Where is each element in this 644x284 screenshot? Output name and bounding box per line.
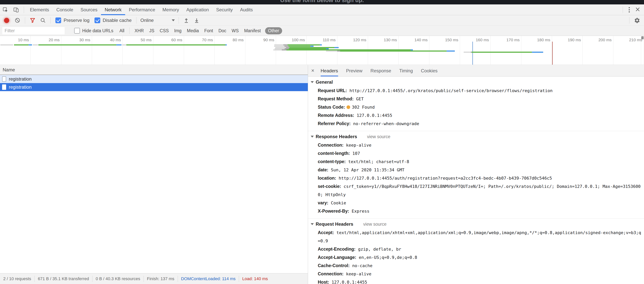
timeline-tick-label: 180 ms [533,38,550,42]
timeline-gridline [214,36,215,65]
waterfall-bar-segment [464,52,471,53]
filter-icon[interactable] [28,18,38,23]
clear-network-log-icon[interactable] [12,18,22,23]
disable-cache-toggle[interactable]: Disable cache [94,18,132,23]
detail-tab-headers[interactable]: Headers [321,65,338,76]
summary-dom-content-loaded: DOMContentLoaded: 114 ms [178,276,239,282]
waterfall-bar-segment [274,44,283,46]
settings-gear-icon[interactable] [632,17,644,24]
network-filter-bar: Hide data URLs All XHR JS CSS Img Media … [0,26,644,36]
timeline-tick-label: 50 ms [134,38,152,42]
request-name: registration [9,76,32,82]
filter-type-all[interactable]: All [120,28,124,33]
close-detail-icon[interactable]: × [308,68,317,74]
request-detail-panel: × Headers Preview Response Timing Cookie… [308,65,644,284]
tab-sources[interactable]: Sources [77,5,101,15]
timeline-tick-label: 140 ms [410,38,428,42]
detail-tab-preview[interactable]: Preview [346,65,362,76]
detail-tab-response[interactable]: Response [370,65,391,76]
tab-network[interactable]: Network [101,5,125,15]
preserve-log-checkbox[interactable] [56,18,61,23]
timeline-tick-label: 80 ms [226,38,244,42]
timeline-tick-label: 60 ms [165,38,182,42]
filter-input[interactable] [2,27,64,34]
disable-cache-checkbox[interactable] [94,18,100,23]
preserve-log-toggle[interactable]: Preserve log [56,18,90,23]
column-header-name[interactable]: Name [0,65,308,75]
document-icon [2,76,6,82]
toolbar-divider [24,7,24,13]
request-headers-section: Request Headers view source Accept: text… [308,218,644,284]
filter-type-manifest[interactable]: Manifest [244,28,261,33]
header-row: Host: 127.0.0.1:4455 [308,278,644,284]
filter-type-doc[interactable]: Doc [218,28,226,33]
response-headers-section-header[interactable]: Response Headers view source [308,132,644,141]
requests-table: Name registration registration 2 / 10 re… [0,65,308,284]
dom-content-loaded-line [472,42,473,65]
filter-type-xhr[interactable]: XHR [134,28,144,33]
filter-type-css[interactable]: CSS [160,28,169,33]
general-section: General Request URL: http://127.0.0.1:44… [308,77,644,131]
timeline-gridline [30,36,31,65]
tab-console[interactable]: Console [53,5,77,15]
general-section-header[interactable]: General [308,78,644,87]
disclosure-triangle-icon [311,223,314,225]
waterfall-bar-segment [28,44,32,46]
waterfall-bar-segment [273,49,282,51]
timeline-gridline [490,36,491,65]
summary-load: Load: 140 ms [239,276,271,282]
waterfall-bar-segment [337,51,340,52]
tab-performance[interactable]: Performance [125,5,159,15]
header-row: Accept: text/html,application/xhtml+xml,… [308,228,644,245]
timeline-overview[interactable]: 10 ms20 ms30 ms40 ms50 ms60 ms70 ms80 ms… [0,36,644,65]
filter-type-font[interactable]: Font [204,28,213,33]
timeline-gridline [184,36,184,65]
detail-tab-cookies[interactable]: Cookies [421,65,438,76]
page-banner-text: Use the form below to sign up. [280,0,364,4]
timeline-tick-label: 170 ms [502,38,520,42]
waterfall-bar-segment [0,44,13,46]
view-source-link[interactable]: view source [363,222,386,227]
waterfall-bar-segment [326,51,337,52]
throttling-dropdown[interactable]: Online [140,18,175,23]
summary-requests: 2 / 10 requests [0,276,35,282]
headers-panel: General Request URL: http://127.0.0.1:44… [308,77,644,284]
timeline-tick-label: 120 ms [349,38,366,42]
inspect-element-icon[interactable] [0,5,11,15]
close-devtools-icon[interactable] [633,7,644,13]
tab-audits[interactable]: Audits [236,5,256,15]
tab-security[interactable]: Security [212,5,236,15]
waterfall-bar-segment [38,44,116,46]
export-har-icon[interactable] [192,18,202,23]
hide-data-urls-toggle[interactable]: Hide data URLs [74,28,113,34]
waterfall-bar-segment [33,44,38,46]
import-har-icon[interactable] [181,18,192,23]
hide-data-urls-checkbox[interactable] [74,28,80,34]
tab-elements[interactable]: Elements [26,5,53,15]
filter-type-ws[interactable]: WS [232,28,239,33]
request-row[interactable]: registration [0,75,308,83]
request-headers-section-header[interactable]: Request Headers view source [308,220,644,228]
header-row: set-cookie: csrf_token=y1//BqpRxuFY8Hw41… [308,182,644,199]
timeline-tick-label: 200 ms [594,38,612,42]
request-name: registration [9,84,32,90]
detail-tab-timing[interactable]: Timing [399,65,413,76]
network-main: Name registration registration 2 / 10 re… [0,65,644,284]
filter-type-img[interactable]: Img [174,28,182,33]
preserve-log-label: Preserve log [64,18,90,23]
tab-memory[interactable]: Memory [159,5,183,15]
filter-type-other[interactable]: Other [265,27,282,34]
timeline-tick-label: 150 ms [441,38,458,42]
filter-type-js[interactable]: JS [149,28,154,33]
disable-cache-label: Disable cache [103,18,132,23]
filter-type-media[interactable]: Media [187,28,199,33]
load-event-line [552,42,552,65]
device-toolbar-icon[interactable] [11,5,22,15]
record-network-log-button[interactable] [4,18,9,23]
view-source-link[interactable]: view source [367,134,390,139]
devtools-menu-icon[interactable] [625,7,633,13]
toolbar-divider [136,17,136,24]
search-icon[interactable] [38,18,48,23]
request-row-selected[interactable]: registration [0,83,308,91]
tab-application[interactable]: Application [183,5,212,15]
